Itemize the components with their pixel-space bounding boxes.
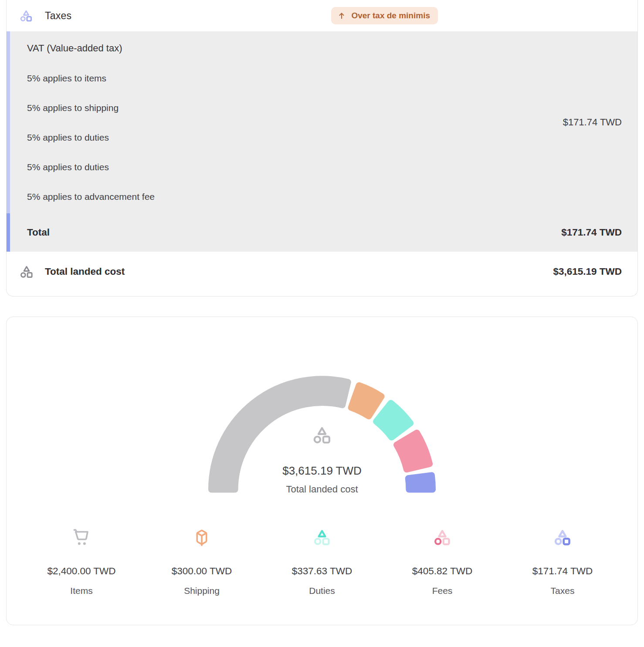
accent-bar: [7, 31, 10, 252]
taxes-title: Taxes: [45, 10, 71, 22]
gauge-chart: $3,615.19 TWD Total landed cost: [186, 351, 458, 496]
vat-total-label: Total: [27, 227, 50, 238]
landed-cost-page: Taxes Over tax de minimis VAT (Value-add…: [0, 0, 644, 632]
total-landed-cost-amount: $3,615.19 TWD: [553, 266, 622, 277]
vat-details: VAT (Value-added tax) 5% applies to item…: [10, 31, 637, 213]
vat-amount: $171.74 TWD: [563, 117, 622, 128]
vat-line: 5% applies to advancement fee: [27, 192, 622, 202]
arrow-up-icon: [337, 11, 346, 20]
taxes-card: Taxes Over tax de minimis VAT (Value-add…: [6, 0, 638, 297]
accent-bar-light: [7, 31, 10, 213]
shapes-duties-icon: [312, 527, 332, 547]
stat-value: $300.00 TWD: [172, 566, 232, 577]
stat-label: Duties: [309, 586, 335, 596]
over-de-minimis-badge: Over tax de minimis: [331, 7, 438, 24]
vat-line: 5% applies to duties: [27, 132, 622, 143]
cost-stat-items: $2,400.00 TWDItems: [21, 527, 142, 596]
vat-total-row: Total $171.74 TWD: [10, 213, 637, 252]
vat-detail-panel: VAT (Value-added tax) 5% applies to item…: [7, 31, 637, 252]
stat-value: $405.82 TWD: [412, 566, 472, 577]
shapes-taxes-icon: [19, 8, 34, 23]
shapes-taxes-icon: [552, 527, 573, 547]
cart-icon: [71, 527, 92, 547]
vat-line: 5% applies to items: [27, 73, 622, 84]
stat-label: Items: [70, 586, 92, 596]
stat-label: Shipping: [184, 586, 220, 596]
gauge-segment-items: [211, 379, 348, 490]
stat-value: $171.74 TWD: [532, 566, 593, 577]
shapes-gray-icon: [19, 264, 34, 280]
cost-breakdown-chart-card: $3,615.19 TWD Total landed cost $2,400.0…: [6, 317, 638, 625]
cost-stat-fees: $405.82 TWDFees: [382, 527, 502, 596]
cost-stat-taxes: $171.74 TWDTaxes: [502, 527, 623, 596]
gauge-segment-fees: [397, 433, 430, 469]
stat-label: Taxes: [551, 586, 575, 596]
gauge-segment-taxes: [408, 475, 433, 490]
gauge-svg: [186, 351, 458, 496]
total-landed-cost-label: Total landed cost: [45, 266, 125, 277]
stat-label: Fees: [432, 586, 453, 596]
stat-value: $2,400.00 TWD: [47, 566, 115, 577]
badge-label: Over tax de minimis: [351, 11, 430, 20]
vat-total-amount: $171.74 TWD: [561, 227, 622, 238]
vat-heading: VAT (Value-added tax): [27, 43, 622, 54]
cost-stat-duties: $337.63 TWDDuties: [262, 527, 382, 596]
cost-stat-shipping: $300.00 TWDShipping: [142, 527, 262, 596]
gauge-segment-shipping: [351, 385, 382, 416]
package-icon: [192, 527, 212, 547]
stat-value: $337.63 TWD: [292, 566, 352, 577]
gauge-segment-duties: [376, 403, 410, 438]
vat-lines: 5% applies to items5% applies to shippin…: [27, 73, 622, 202]
vat-line: 5% applies to shipping: [27, 103, 622, 113]
accent-bar-dark: [7, 213, 10, 252]
taxes-header: Taxes Over tax de minimis: [7, 0, 637, 31]
shapes-fees-icon: [432, 527, 452, 547]
vat-line: 5% applies to duties: [27, 162, 622, 172]
cost-legend-row: $2,400.00 TWDItems$300.00 TWDShipping$33…: [7, 527, 637, 596]
total-landed-cost-row: Total landed cost $3,615.19 TWD: [7, 252, 637, 296]
